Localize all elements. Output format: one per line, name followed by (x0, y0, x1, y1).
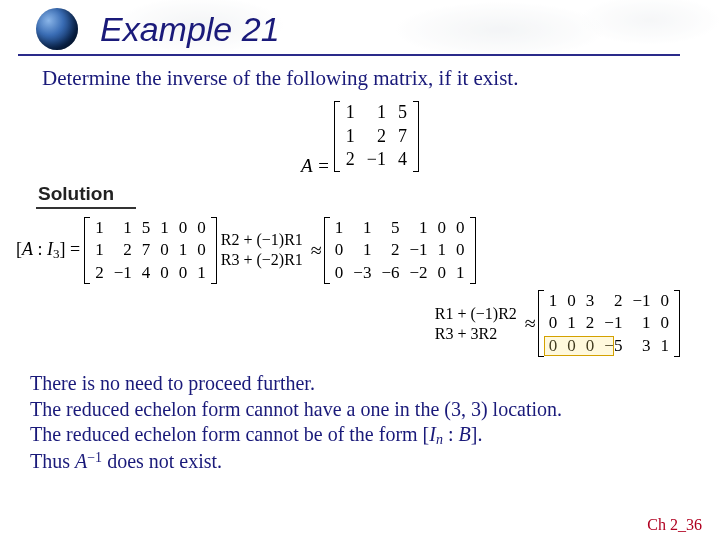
work-area: [A : I3] = 115100 127010 2−14001 R2 + (−… (16, 217, 710, 357)
slide-title: Example 21 (100, 10, 280, 49)
globe-icon (36, 8, 78, 50)
conclusion-line-1: There is no need to proceed further. (30, 371, 720, 397)
conclusion-text: There is no need to proceed further. The… (30, 371, 720, 475)
conclusion-line-4: Thus A−1 does not exist. (30, 449, 720, 475)
augmented-matrix-1: 115100 012−110 0−3−6−201 (324, 217, 476, 284)
problem-statement: Determine the inverse of the following m… (42, 66, 720, 91)
lhs-label: [A : I3] = (16, 239, 84, 262)
conclusion-line-2: The reduced echelon form cannot have a o… (30, 397, 720, 423)
matrix-A-label: A = (301, 155, 330, 176)
approx-2: ≈ (521, 312, 538, 335)
matrix-A-display: A = 115 127 2−14 (0, 101, 720, 177)
augmented-matrix-2: 1032−10 012−110 000−531 (538, 290, 680, 357)
slide-header: Example 21 (18, 0, 680, 56)
row-ops-1: R2 + (−1)R1 R3 + (−2)R1 (217, 230, 307, 270)
solution-heading: Solution (36, 183, 136, 209)
matrix-A: 115 127 2−14 (334, 101, 419, 172)
approx-1: ≈ (307, 239, 324, 262)
slide-footer: Ch 2_36 (647, 516, 702, 534)
augmented-matrix-0: 115100 127010 2−14001 (84, 217, 217, 284)
conclusion-line-3: The reduced echelon form cannot be of th… (30, 422, 720, 449)
row-ops-2: R1 + (−1)R2 R3 + 3R2 (431, 304, 521, 344)
